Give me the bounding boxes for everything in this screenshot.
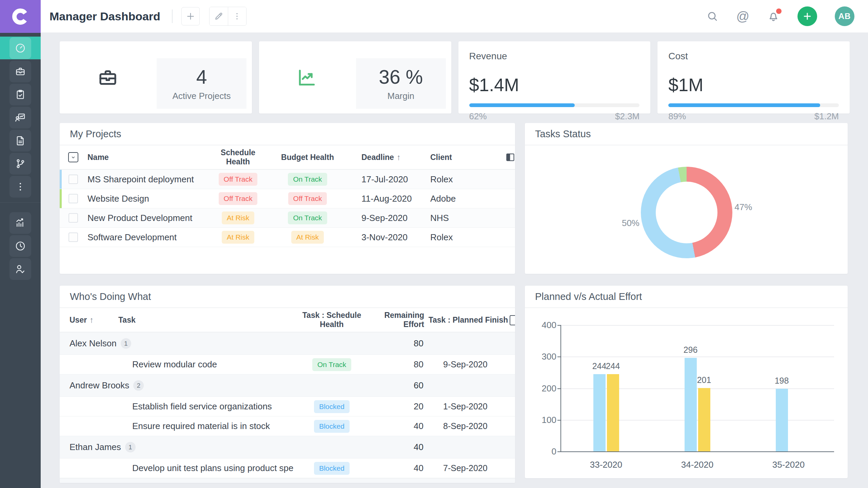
task-row[interactable]: Develop unit test plans using product sp… — [60, 459, 515, 478]
deadline-cell: 11-Aug-2020 — [349, 194, 425, 204]
sidebar-item-time[interactable] — [9, 235, 31, 257]
notifications-button[interactable] — [767, 10, 780, 23]
column-header-task-schedule-health[interactable]: Task : Schedule Health — [294, 311, 370, 329]
pencil-icon — [214, 12, 223, 21]
row-checkbox[interactable] — [68, 232, 78, 242]
cost-progress-track — [668, 103, 839, 107]
topbar: Manager Dashboard @ — [41, 0, 868, 33]
sidebar-item-dashboard[interactable] — [0, 37, 41, 59]
briefcase-icon — [60, 41, 156, 114]
axis-tick — [557, 325, 560, 326]
kpi-card-active-projects[interactable]: 4 Active Projects — [60, 41, 252, 114]
column-header-user[interactable]: User ↑ — [70, 315, 118, 325]
sidebar-item-projects[interactable] — [9, 61, 31, 82]
user-avatar[interactable]: AB — [835, 6, 854, 26]
column-header-name[interactable]: Name — [87, 153, 210, 162]
bar-value-label: 198 — [762, 376, 802, 386]
kpi-card-margin[interactable]: 36 % Margin — [259, 41, 451, 114]
sidebar-item-tasks[interactable] — [9, 84, 31, 105]
whos-doing-what-panel: Who's Doing What User ↑ Task Task : Sche… — [60, 286, 515, 483]
sidebar-item-workflows[interactable] — [9, 153, 31, 175]
column-header-deadline[interactable]: Deadline ↑ — [349, 152, 425, 162]
columns-icon[interactable] — [510, 315, 515, 325]
revenue-max: $2.3M — [615, 111, 639, 122]
user-group-row[interactable]: Andrew Brooks260 — [60, 374, 515, 397]
sidebar-item-more[interactable] — [9, 176, 31, 198]
status-pill: At Risk — [222, 231, 255, 244]
table-row[interactable]: Website DesignOff TrackOff Track11-Aug-2… — [60, 189, 515, 208]
task-schedule-health-cell: On Track — [312, 358, 351, 371]
status-pill: At Risk — [222, 211, 255, 224]
search-button[interactable] — [706, 10, 718, 22]
notification-badge — [776, 8, 782, 14]
chevron-down-icon — [70, 154, 76, 160]
checkbox-cell — [60, 194, 87, 203]
sidebar-item-documents[interactable] — [9, 130, 31, 151]
task-schedule-health-cell: Blocked — [314, 462, 350, 475]
clock-icon — [15, 240, 26, 252]
column-picker-button[interactable] — [505, 152, 515, 163]
column-header-schedule-health[interactable]: Schedule Health — [210, 148, 266, 166]
sidebar-item-reports[interactable] — [9, 212, 31, 234]
status-pill: At Risk — [291, 231, 324, 244]
column-header-task[interactable]: Task — [118, 316, 136, 325]
analytics-chart-icon — [15, 217, 26, 229]
planned-finish-cell: 1-Sep-2020 — [428, 402, 509, 411]
dashboard-menu-button[interactable] — [228, 7, 246, 25]
column-header-budget-health[interactable]: Budget Health — [281, 153, 334, 162]
task-row[interactable]: Ensure required material is in stockBloc… — [60, 416, 515, 436]
row-checkbox[interactable] — [68, 175, 78, 184]
task-row[interactable]: Review modular codeOn Track809-Sep-2020 — [60, 355, 515, 374]
edit-dashboard-button[interactable] — [210, 7, 228, 25]
project-name: MS Sharepoint deployment — [87, 174, 210, 185]
cost-max: $1.2M — [814, 111, 839, 122]
task-row[interactable]: Establish field service organizationsBlo… — [60, 397, 515, 416]
table-row[interactable]: Software DevelopmentAt RiskAt Risk3-Nov-… — [60, 228, 515, 247]
planned-vs-actual-title: Planned v/s Actual Effort — [525, 286, 848, 308]
project-name: Software Development — [87, 232, 210, 243]
budget-health-cell: At Risk — [291, 231, 324, 244]
actual-effort-bar — [607, 374, 619, 451]
row-checkbox[interactable] — [68, 194, 78, 203]
my-projects-panel: My Projects Name Schedule Health Budget … — [60, 123, 515, 274]
kpi-card-cost[interactable]: Cost $1M 89% $1.2M — [657, 41, 850, 114]
remaining-effort-cell: 80 — [370, 359, 428, 370]
row-color-stripe — [60, 170, 62, 189]
column-header-client[interactable]: Client — [425, 153, 497, 162]
planned-effort-bar — [593, 374, 606, 451]
budget-health-cell: On Track — [288, 173, 327, 186]
page-title: Manager Dashboard — [50, 10, 160, 23]
app-logo[interactable] — [0, 0, 41, 33]
row-checkbox[interactable] — [68, 213, 78, 223]
column-header-task-planned-finish[interactable]: Task : Planned Finish — [429, 316, 508, 325]
add-widget-button[interactable] — [181, 7, 200, 25]
sidebar-item-approvals[interactable] — [9, 258, 31, 280]
user-group-row[interactable]: Ethan James140 — [60, 436, 515, 459]
planned-vs-actual-chart: 010020030040033-202024424434-20202962013… — [525, 308, 848, 478]
table-row[interactable]: New Product DevelopmentAt RiskOn Track9-… — [60, 208, 515, 228]
clipped-next-row — [60, 478, 515, 483]
remaining-effort-cell: 40 — [370, 421, 428, 431]
select-all-checkbox[interactable] — [68, 152, 78, 162]
margin-value: 36 % — [379, 66, 423, 88]
table-row[interactable]: MS Sharepoint deploymentOff TrackOn Trac… — [60, 170, 515, 189]
user-name: Ethan James — [70, 442, 121, 452]
active-projects-value: 4 — [196, 66, 207, 88]
user-name: Alex Nelson — [70, 338, 117, 349]
status-pill: Blocked — [314, 420, 350, 433]
schedule-health-cell: At Risk — [222, 211, 255, 224]
column-header-remaining-effort[interactable]: Remaining Effort — [370, 311, 428, 329]
whos-doing-what-title: Who's Doing What — [60, 286, 515, 308]
tasks-status-panel: Tasks Status 47%50% — [525, 123, 848, 274]
client-cell: Adobe — [425, 194, 497, 204]
deadline-cell: 3-Nov-2020 — [349, 232, 425, 243]
schedule-health-cell: At Risk — [222, 231, 255, 244]
client-cell: Rolex — [425, 174, 497, 185]
create-new-button[interactable] — [797, 6, 817, 26]
user-group-row[interactable]: Alex Nelson180 — [60, 332, 515, 355]
kpi-card-revenue[interactable]: Revenue $1.4M 62% $2.3M — [458, 41, 651, 114]
whos-doing-what-table-header: User ↑ Task Task : Schedule Health Remai… — [60, 308, 515, 332]
document-icon — [15, 135, 26, 146]
sidebar-item-resources[interactable] — [9, 107, 31, 128]
mentions-button[interactable]: @ — [736, 10, 749, 23]
